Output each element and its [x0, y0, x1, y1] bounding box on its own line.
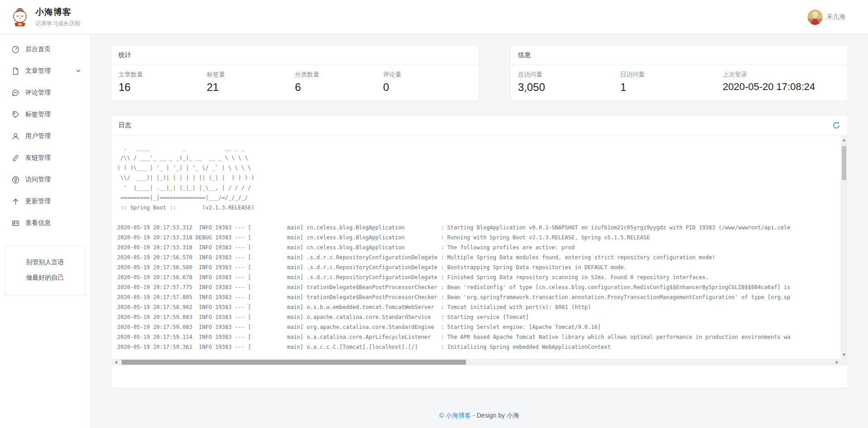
log-line: 2020-05-19 20:17:59.083 INFO 19383 --- […: [117, 322, 847, 332]
banner-line: \\/ ___)| |_)| | | | | || (_| | ) ) ) ): [117, 173, 847, 183]
scrollbar-corner: [841, 359, 847, 366]
stats-card-header: 统计: [111, 45, 479, 65]
log-card-header: 日志: [111, 115, 848, 135]
sidebar-item-users[interactable]: 用户管理: [0, 125, 90, 147]
scroll-up-arrow[interactable]: [841, 137, 847, 143]
sidebar-item-tags[interactable]: 标签管理: [0, 104, 90, 125]
sidebar-item-label: 友链管理: [25, 154, 82, 162]
sidebar: 后台首页 文章管理 评论管理 标签管理: [0, 35, 90, 428]
stat-label: 日访问量: [620, 71, 722, 79]
stat-label: 上次登录: [723, 71, 840, 79]
sidebar-item-visits[interactable]: 访问管理: [0, 169, 90, 190]
sidebar-item-label: 用户管理: [25, 132, 82, 140]
stat-comments: 评论量 0: [383, 71, 471, 94]
log-line: 2020-05-19 20:17:56.570 INFO 19383 --- […: [117, 252, 847, 262]
stat-tags: 标签量 21: [207, 71, 295, 94]
horizontal-scrollbar[interactable]: [112, 359, 841, 366]
id-card-icon: [12, 219, 19, 227]
motto-box: 别管别人言语 做最好的自己: [5, 246, 85, 296]
dashboard-icon: [12, 46, 19, 53]
scroll-right-arrow[interactable]: [834, 359, 840, 366]
banner-line: . ____ _ __ _ _: [117, 143, 847, 153]
app-logo-icon: [11, 7, 29, 27]
log-text: . ____ _ __ _ _ /\\ / ___'_ __ _ _(_)_ _…: [117, 143, 847, 352]
log-line: 2020-05-19 20:17:59.361 INFO 19383 --- […: [117, 342, 847, 352]
log-line: 2020-05-19 20:17:59.083 INFO 19383 --- […: [117, 312, 847, 322]
stat-value: 3,050: [518, 81, 620, 94]
info-card-body: 总访问量 3,050 日访问量 1 上次登录 2020-05-20 17:08:…: [511, 65, 848, 101]
footer-link[interactable]: © 小海博客: [439, 412, 471, 419]
log-card-title: 日志: [119, 121, 131, 129]
sidebar-item-label: 查看信息: [25, 219, 82, 227]
motto-line-1: 别管别人言语: [5, 258, 85, 266]
log-card: 日志 . ____ _ __ _ _ /\\ / ___'_ __ _ _(_)…: [111, 115, 848, 388]
log-line: 2020-05-19 20:17:53.312 INFO 19383 --- […: [117, 223, 847, 233]
log-line: 2020-05-19 20:17:53.318 DEBUG 19383 --- …: [117, 233, 847, 243]
sidebar-item-comments[interactable]: 评论管理: [0, 82, 90, 104]
log-line: 2020-05-19 20:17:59.114 INFO 19383 --- […: [117, 332, 847, 342]
stat-label: 文章数量: [119, 71, 207, 79]
user-icon: [12, 133, 19, 140]
sidebar-item-label: 后台首页: [25, 45, 82, 53]
log-line: 2020-05-19 20:17:57.805 INFO 19383 --- […: [117, 292, 847, 302]
horizontal-scroll-thumb[interactable]: [122, 360, 466, 365]
sidebar-item-updates[interactable]: 更新管理: [0, 190, 90, 212]
sidebar-item-label: 评论管理: [25, 89, 82, 97]
stat-value: 21: [207, 81, 295, 94]
sidebar-item-label: 标签管理: [25, 110, 82, 119]
motto-line-2: 做最好的自己: [5, 274, 85, 282]
blank-line: [117, 213, 847, 223]
stat-categories: 分类数量 6: [295, 71, 383, 94]
app-header: 小海博客 记录学习成长历程 禾几海: [0, 0, 868, 34]
log-line: 2020-05-19 20:17:58.902 INFO 19383 --- […: [117, 302, 847, 312]
stat-label: 分类数量: [295, 71, 383, 79]
sidebar-item-dashboard[interactable]: 后台首页: [0, 38, 90, 60]
app-title: 小海博客: [35, 6, 81, 18]
stat-value: 1: [620, 81, 722, 94]
arrow-up-icon: [12, 198, 19, 205]
info-card: 信息 总访问量 3,050 日访问量 1 上次登录 2020-05-20 17:…: [510, 45, 848, 101]
user-menu[interactable]: 禾几海: [807, 10, 845, 25]
compass-icon: [12, 176, 19, 184]
user-name: 禾几海: [826, 13, 845, 21]
sidebar-item-links[interactable]: 友链管理: [0, 147, 90, 169]
main-content: 统计 文章数量 16 标签量 21 分类数量 6 评论量 0 信息: [90, 35, 868, 428]
tag-icon: [12, 111, 19, 119]
brand: 小海博客 记录学习成长历程: [11, 6, 81, 28]
banner-line: ' |____| .__|_| |_|_| |_\__, | / / / /: [117, 183, 847, 193]
stat-last-login: 上次登录 2020-05-20 17:08:24: [723, 71, 840, 94]
scroll-left-arrow[interactable]: [113, 359, 119, 366]
log-line: 2020-05-19 20:17:56.580 INFO 19383 --- […: [117, 262, 847, 272]
info-card-title: 信息: [518, 51, 531, 59]
log-line: 2020-05-19 20:17:56.678 INFO 19383 --- […: [117, 272, 847, 282]
footer-middle-text: - Design by: [471, 412, 507, 419]
vertical-scrollbar[interactable]: [841, 136, 847, 359]
app-subtitle: 记录学习成长历程: [35, 20, 81, 28]
stat-label: 评论量: [383, 71, 471, 79]
log-viewport[interactable]: . ____ _ __ _ _ /\\ / ___'_ __ _ _(_)_ _…: [112, 136, 847, 366]
footer-author: 小海: [507, 412, 519, 419]
stat-total-visits: 总访问量 3,050: [518, 71, 620, 94]
refresh-icon[interactable]: [832, 121, 840, 129]
sidebar-item-label: 更新管理: [25, 197, 82, 205]
sidebar-item-label: 文章管理: [25, 67, 68, 75]
banner-line: :: Spring Boot :: (v2.1.3.RELEASE): [117, 203, 847, 213]
document-icon: [12, 67, 19, 75]
sidebar-item-label: 访问管理: [25, 176, 82, 184]
stat-articles: 文章数量 16: [119, 71, 207, 94]
scroll-down-arrow[interactable]: [841, 352, 847, 358]
banner-line: =========|_|==============|___/=/_/_/_/: [117, 193, 847, 203]
stat-value: 16: [119, 81, 207, 94]
stats-card-title: 统计: [119, 51, 131, 59]
comment-icon: [12, 89, 19, 97]
sidebar-item-articles[interactable]: 文章管理: [0, 60, 90, 82]
sidebar-item-info[interactable]: 查看信息: [0, 212, 90, 234]
stats-card-body: 文章数量 16 标签量 21 分类数量 6 评论量 0: [111, 65, 479, 101]
stat-value: 0: [383, 81, 471, 94]
banner-line: ( ( )\___ | '_ | '_| | '_ \/ _` | \ \ \ …: [117, 163, 847, 173]
stats-card: 统计 文章数量 16 标签量 21 分类数量 6 评论量 0: [111, 45, 479, 101]
avatar: [807, 10, 823, 25]
footer: © 小海博客 - Design by 小海: [90, 412, 868, 420]
vertical-scroll-thumb[interactable]: [842, 146, 846, 180]
chevron-down-icon: [74, 67, 82, 75]
